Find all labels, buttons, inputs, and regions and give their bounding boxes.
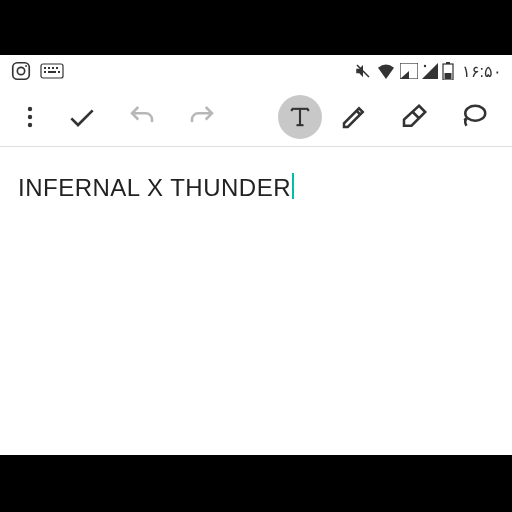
signal-icon-2 (422, 63, 438, 79)
svg-rect-9 (48, 71, 56, 73)
svg-point-13 (423, 65, 425, 67)
wifi-icon (376, 63, 396, 79)
keyboard-icon (40, 63, 64, 79)
svg-point-19 (28, 122, 32, 126)
instagram-icon (10, 60, 32, 82)
svg-point-22 (465, 105, 485, 120)
svg-point-2 (25, 65, 27, 67)
app-screen: ۱۶:۵۰ (0, 55, 512, 455)
svg-rect-6 (52, 67, 54, 69)
confirm-button[interactable] (54, 89, 110, 145)
more-menu-button[interactable] (10, 89, 50, 145)
svg-rect-5 (48, 67, 50, 69)
svg-rect-8 (44, 71, 46, 73)
toolbar (0, 87, 512, 147)
status-bar: ۱۶:۵۰ (0, 55, 512, 87)
status-right: ۱۶:۵۰ (354, 62, 502, 81)
note-content: INFERNAL X THUNDER (18, 174, 291, 201)
svg-point-17 (28, 106, 32, 110)
svg-rect-10 (58, 71, 60, 73)
svg-point-18 (28, 114, 32, 118)
text-cursor (292, 173, 294, 199)
svg-line-21 (413, 112, 419, 118)
battery-icon (442, 62, 454, 80)
svg-point-23 (464, 118, 467, 121)
eraser-tool-button[interactable] (386, 89, 442, 145)
redo-button[interactable] (174, 89, 230, 145)
status-left (10, 60, 64, 82)
lasso-tool-button[interactable] (446, 89, 502, 145)
mute-icon (354, 62, 372, 80)
signal-icon-1 (400, 63, 418, 79)
svg-line-20 (357, 110, 361, 114)
note-editor[interactable]: INFERNAL X THUNDER (0, 147, 512, 228)
text-tool-button[interactable] (278, 95, 322, 139)
svg-point-1 (17, 67, 24, 74)
svg-rect-7 (56, 67, 58, 69)
status-time: ۱۶:۵۰ (462, 62, 502, 81)
svg-rect-0 (13, 63, 30, 80)
pen-tool-button[interactable] (326, 89, 382, 145)
svg-rect-4 (44, 67, 46, 69)
undo-button[interactable] (114, 89, 170, 145)
svg-rect-16 (444, 73, 451, 79)
